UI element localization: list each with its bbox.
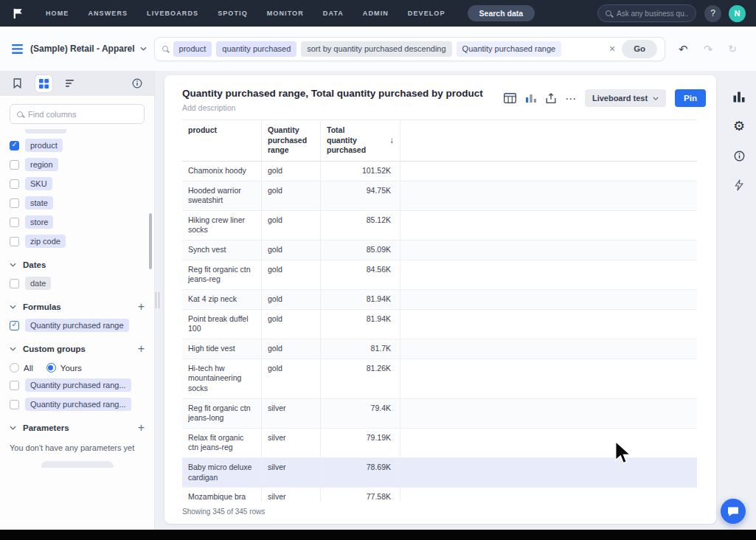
filter-all[interactable]: All [10, 363, 33, 373]
chart-config-icon[interactable] [731, 89, 747, 105]
column-item[interactable]: zip code [10, 232, 145, 251]
query-token[interactable]: quantity purchased [216, 41, 296, 57]
details-info-icon[interactable] [731, 148, 747, 164]
table-view-icon[interactable] [504, 93, 516, 103]
settings-gear-icon[interactable]: ⚙ [731, 118, 747, 134]
query-token[interactable]: Quantity purchased range [457, 41, 562, 57]
custom-group-item[interactable]: Quantity purchased rang... [10, 375, 145, 395]
column-item[interactable]: product [10, 136, 145, 155]
section-dates[interactable]: Dates [0, 251, 154, 274]
more-options-icon[interactable]: ⋯ [565, 93, 576, 104]
ask-question-input[interactable] [597, 4, 696, 22]
data-panel-toggle-icon[interactable] [12, 44, 23, 54]
table-row[interactable]: Synch vest gold 85.09K [182, 240, 697, 260]
table-row[interactable]: Mozambique bra (a/b) silver 77.58K [182, 488, 697, 502]
ask-question-field[interactable] [617, 10, 688, 18]
datasource-selector[interactable]: (Sample) Retail - Apparel [30, 44, 147, 54]
tab-bookmarks[interactable] [9, 75, 26, 92]
table-row[interactable]: Relax fit organic ctn jeans-reg silver 7… [182, 429, 697, 458]
add-description-link[interactable]: Add description [182, 103, 483, 112]
formula-item[interactable]: Quantity purchased range [10, 316, 145, 335]
checkbox[interactable] [10, 198, 19, 208]
undo-icon[interactable]: ↶ [679, 44, 688, 55]
nav-item[interactable]: LIVEBOARDS [147, 10, 198, 17]
help-button[interactable]: ? [704, 5, 721, 22]
thoughtspot-logo-icon[interactable] [10, 6, 25, 21]
chat-bubble-button[interactable] [721, 499, 746, 524]
checkbox[interactable] [10, 160, 19, 170]
date-chip[interactable]: date [25, 277, 51, 290]
column-item[interactable]: SKU [10, 174, 145, 193]
section-custom-groups[interactable]: Custom groups + [0, 335, 154, 358]
table-row[interactable]: Reg fit organic ctn jeans-long silver 79… [182, 399, 697, 429]
column-item[interactable]: state [10, 193, 145, 212]
table-row[interactable]: Hi-tech hw mountaineering socks gold 81.… [182, 359, 697, 399]
section-formulas[interactable]: Formulas + [0, 293, 154, 316]
search-data-button[interactable]: Search data [468, 5, 535, 21]
checkbox[interactable] [10, 321, 19, 330]
share-export-icon[interactable] [546, 93, 556, 104]
user-avatar[interactable]: N [729, 5, 746, 22]
column-chip[interactable]: SKU [25, 177, 52, 190]
tab-sort-az[interactable] [62, 75, 79, 92]
checkbox[interactable] [10, 218, 19, 227]
add-parameter-button[interactable]: + [138, 423, 145, 432]
date-item[interactable]: date [10, 274, 145, 293]
go-button[interactable]: Go [622, 40, 657, 58]
checkbox[interactable] [10, 279, 19, 288]
clipped-parameter-button[interactable] [41, 461, 114, 468]
chart-view-icon[interactable] [525, 93, 537, 103]
custom-group-chip[interactable]: Quantity purchased rang... [25, 378, 131, 392]
checkbox[interactable] [10, 237, 19, 246]
section-parameters[interactable]: Parameters + [0, 414, 154, 437]
redo-icon[interactable]: ↷ [704, 44, 713, 55]
panel-resize-handle[interactable] [155, 71, 160, 530]
column-item[interactable]: store [10, 212, 145, 232]
checkbox[interactable] [10, 179, 19, 189]
formula-chip[interactable]: Quantity purchased range [25, 319, 129, 332]
table-row[interactable]: High tide vest gold 81.7K [182, 339, 697, 359]
spotiq-lightning-icon[interactable] [731, 177, 747, 193]
header-total[interactable]: Total quantity purchased ↓ [320, 120, 400, 161]
column-chip[interactable]: product [25, 139, 63, 152]
refresh-icon[interactable]: ↻ [728, 44, 737, 54]
nav-item[interactable]: DEVELOP [408, 10, 445, 17]
table-row[interactable]: Point break duffel 100 gold 81.94K [182, 310, 697, 339]
sidebar-scrollbar[interactable] [149, 213, 152, 269]
add-formula-button[interactable]: + [138, 302, 145, 311]
header-range[interactable]: Quantity purchased range [261, 120, 320, 161]
pin-button[interactable]: Pin [675, 89, 706, 107]
column-chip[interactable]: state [25, 196, 53, 210]
add-custom-group-button[interactable]: + [138, 345, 145, 353]
nav-item[interactable]: ADMIN [363, 10, 389, 17]
checkbox[interactable] [10, 400, 19, 409]
filter-yours[interactable]: Yours [46, 363, 82, 373]
nav-item[interactable]: DATA [323, 10, 344, 17]
sort-descending-icon[interactable]: ↓ [389, 135, 394, 147]
table-row[interactable]: Hiking crew liner socks gold 85.12K [182, 211, 697, 240]
liveboard-selector[interactable]: Liveboard test [585, 89, 666, 107]
tab-columns[interactable] [35, 75, 52, 92]
table-row[interactable]: Chamonix hoody gold 101.52K [182, 162, 697, 181]
query-token[interactable]: sort by quantity purchased descending [301, 41, 451, 57]
nav-item[interactable]: ANSWERS [88, 10, 128, 17]
nav-item[interactable]: HOME [46, 10, 69, 17]
search-query-bar[interactable]: productquantity purchasedsort by quantit… [154, 37, 666, 61]
radio-all[interactable] [10, 363, 19, 373]
header-product[interactable]: product [182, 120, 261, 161]
table-row[interactable]: Baby micro deluxe cardigan silver 78.69K [182, 458, 697, 488]
table-row[interactable]: Reg fit organic ctn jeans-reg gold 84.56… [182, 260, 697, 290]
checkbox[interactable] [10, 141, 19, 150]
nav-item[interactable]: MONITOR [267, 10, 304, 17]
checkbox[interactable] [10, 381, 19, 390]
custom-group-chip[interactable]: Quantity purchased rang... [25, 398, 131, 411]
find-columns-input[interactable] [28, 110, 137, 119]
tab-info[interactable] [128, 75, 145, 92]
query-token[interactable]: product [173, 41, 212, 57]
column-chip[interactable]: region [25, 158, 58, 171]
clear-search-icon[interactable]: × [608, 43, 617, 55]
column-chip[interactable]: zip code [25, 235, 66, 248]
column-item[interactable]: region [10, 155, 145, 174]
nav-item[interactable]: SPOTIQ [218, 10, 248, 17]
table-row[interactable]: Kat 4 zip neck gold 81.94K [182, 290, 697, 310]
